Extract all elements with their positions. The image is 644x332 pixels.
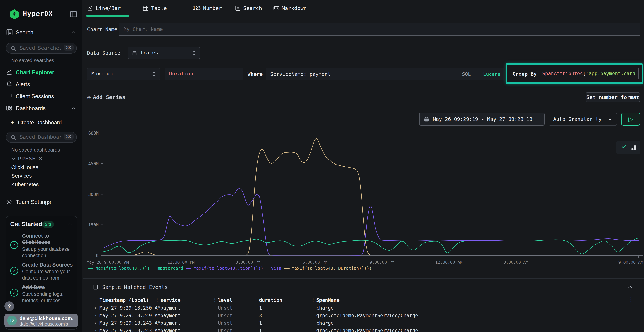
sidebar-item-dashboards[interactable]: Dashboards (0, 105, 82, 113)
chevron-up-icon[interactable] (71, 30, 76, 36)
data-source-label: Data Source (87, 50, 120, 56)
tab-line-bar[interactable]: Line/Bar (87, 4, 121, 12)
sql-toggle[interactable]: SQL (462, 71, 471, 77)
run-query-button[interactable]: ▷ (621, 113, 640, 126)
col-header-duration[interactable]: duration (259, 297, 282, 303)
legend-item-series-2[interactable]: maxIf(toFloat640..tion))))) (186, 266, 263, 271)
preset-clickhouse[interactable]: ClickHouse (11, 164, 38, 170)
column-separator[interactable]: ⋮ (212, 297, 217, 302)
user-menu[interactable]: D dale@clickhouse.com dale@clickhouse.co… (4, 314, 78, 327)
cell-service: payment (160, 305, 181, 311)
aggregation-select[interactable]: Maximum (87, 68, 160, 80)
search-section-header[interactable]: Search (0, 28, 82, 37)
col-header-spanname[interactable]: SpanName (316, 297, 340, 303)
tab-search[interactable]: Search (235, 4, 262, 12)
table-row[interactable]: › May 27 9:29:18.243 AM payment Unset 1 … (83, 320, 637, 327)
column-separator[interactable]: ⋮ (311, 297, 316, 302)
column-separator[interactable]: ⋮ (155, 297, 160, 302)
where-input[interactable] (266, 68, 445, 80)
presets-header[interactable]: PRESETS (11, 156, 42, 162)
list-icon (92, 284, 98, 290)
date-range-value: May 26 09:29:19 - May 27 09:29:19 (433, 116, 532, 122)
chevron-up-icon[interactable] (71, 106, 76, 111)
preset-services[interactable]: Services (11, 173, 32, 179)
tab-number[interactable]: 123 Number (193, 4, 222, 12)
col-header-timestamp[interactable]: Timestamp (Local) (100, 297, 149, 303)
tab-label: Number (203, 5, 222, 11)
y-tick-label: 0 (96, 253, 98, 258)
saved-dashboards-search[interactable]: ⌘K (6, 132, 77, 143)
group-by-highlight: Group By SpanAttributes['app.payment.car… (506, 63, 643, 84)
sidebar-item-client-sessions[interactable]: Client Sessions (0, 93, 82, 101)
group-by-field[interactable]: SpanAttributes['app.payment.card_type'] (539, 68, 639, 79)
series-line-other[interactable] (103, 139, 639, 255)
events-kebab-icon[interactable]: ⋮ (628, 296, 634, 302)
dashboards-icon (6, 105, 12, 111)
line-chart-icon (87, 5, 93, 11)
col-header-level[interactable]: level (218, 297, 232, 303)
expand-row-icon[interactable]: › (94, 328, 97, 332)
sidebar-collapse-icon[interactable] (70, 10, 78, 18)
field-select[interactable]: Duration (165, 68, 243, 80)
col-header-service[interactable]: service (160, 297, 181, 303)
expand-row-icon[interactable]: › (94, 305, 97, 310)
group-by-string: 'app.payment.card_type' (586, 71, 639, 76)
play-icon: ▷ (628, 116, 633, 123)
aggregation-value: Maximum (92, 71, 112, 77)
set-number-format-button[interactable]: Set number format (586, 92, 640, 102)
tab-markdown[interactable]: Markdown (273, 4, 307, 12)
table-row[interactable]: › May 27 9:29:18.249 AM payment Unset 3 … (83, 313, 637, 320)
legend-swatch (284, 268, 290, 269)
chevron-up-icon[interactable] (68, 222, 72, 227)
sidebar-item-alerts[interactable]: Alerts (0, 81, 82, 89)
preset-kubernetes[interactable]: Kubernetes (11, 182, 39, 188)
table-row[interactable]: › May 27 9:29:18.243 AM payment Unset 1 … (83, 328, 637, 332)
sidebar-item-chart-explorer[interactable]: Chart Explorer (0, 69, 82, 77)
legend-group-visa[interactable]: visa (271, 266, 282, 271)
table-icon (142, 5, 149, 11)
tab-table[interactable]: Table (142, 4, 167, 12)
data-source-select[interactable]: Traces (128, 47, 200, 59)
tab-label: Markdown (282, 5, 307, 11)
hyperdx-logo-icon[interactable] (9, 9, 19, 19)
x-tick-label: 9:00:00 AM (618, 260, 643, 264)
date-range-picker[interactable]: May 26 09:29:19 - May 27 09:29:19 (419, 113, 544, 126)
expand-row-icon[interactable]: › (94, 320, 97, 326)
plus-icon: + (11, 120, 14, 126)
no-saved-searches-text: No saved searches (11, 58, 54, 63)
chevron-up-icon[interactable] (628, 284, 633, 290)
y-tick-label: 600M (88, 131, 98, 136)
check-circle-icon: ✓ (10, 267, 18, 275)
sidebar: HyperDX Search ⌘K No saved searches (0, 0, 82, 332)
lucene-toggle[interactable]: Lucene (483, 71, 500, 77)
sidebar-divider (0, 114, 82, 114)
create-dashboard-button[interactable]: + Create Dashboard (11, 120, 62, 126)
column-separator[interactable]: ⋮ (254, 297, 258, 302)
saved-searches-input[interactable] (20, 44, 61, 52)
saved-searches-search[interactable]: ⌘K (6, 42, 77, 54)
timeseries-chart[interactable]: 600M450M300M150M0May 26 9:00:00 AM12:30:… (86, 128, 644, 266)
saved-dashboards-input[interactable] (20, 133, 61, 141)
cell-level: Unset (218, 313, 232, 318)
get-started-item-desc: Configure where your data comes from (22, 268, 76, 281)
chart-name-field (119, 22, 640, 36)
presets-label: PRESETS (18, 156, 42, 161)
expand-row-icon[interactable]: › (94, 313, 97, 318)
select-chevrons-icon (192, 50, 196, 56)
table-row[interactable]: › May 27 9:29:18.250 AM payment Unset 1 … (83, 305, 637, 312)
cell-timestamp: May 27 9:29:18.243 AM (100, 320, 160, 326)
sidebar-item-team-settings[interactable]: Team Settings (0, 198, 82, 206)
granularity-select[interactable]: Auto Granularity (549, 113, 617, 126)
legend-item-series-1[interactable]: maxIf(toFloat640..))) (88, 266, 150, 271)
y-tick-label: 150M (88, 222, 98, 228)
legend-group-mastercard[interactable]: mastercard (158, 266, 183, 271)
legend-item-series-3[interactable]: maxIf(toFloat640..Duration))))) (284, 266, 372, 271)
add-series-button[interactable]: ⊕Add Series (87, 94, 125, 101)
chart-name-input[interactable] (119, 23, 640, 36)
help-button[interactable]: ? (4, 302, 14, 311)
chevron-right-icon: › (72, 318, 77, 323)
sidebar-item-label: Alerts (16, 81, 30, 88)
series-line-visa[interactable] (103, 188, 639, 256)
series-line-mastercard[interactable] (103, 238, 639, 254)
x-tick-label: 12:30:00 PM (168, 260, 195, 264)
